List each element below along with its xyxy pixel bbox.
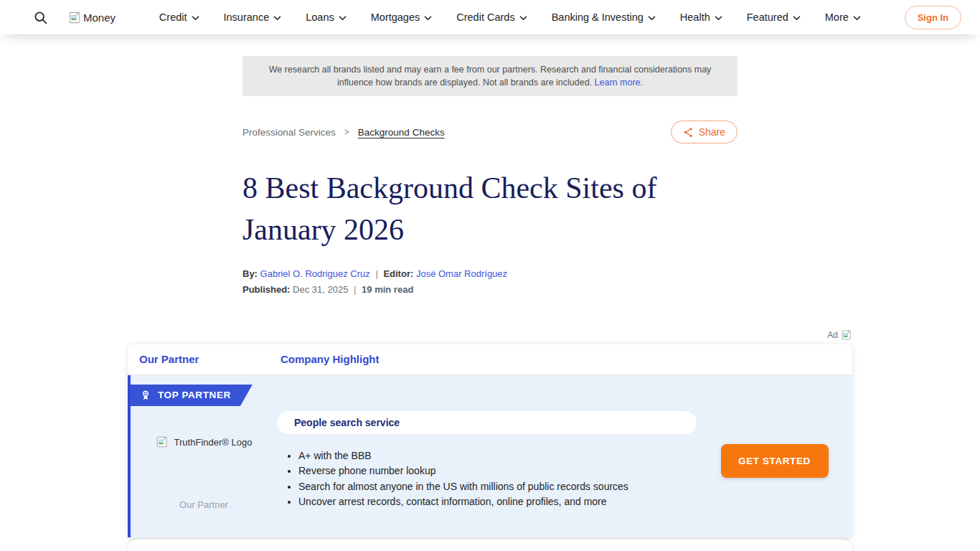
by-label: By:	[242, 268, 258, 279]
learn-more-link[interactable]: Learn more.	[595, 77, 643, 88]
ad-label: Ad	[827, 330, 838, 340]
broken-image-icon	[156, 435, 169, 448]
disclosure-text: We research all brands listed and may ea…	[269, 65, 712, 88]
nav-item-label: Loans	[306, 11, 334, 23]
breadcrumb-separator: >	[344, 127, 349, 137]
chevron-down-icon	[793, 16, 801, 21]
chevron-down-icon	[424, 16, 432, 21]
breadcrumb: Professional Services > Background Check…	[242, 127, 445, 138]
partner-table-section: Ad Our Partner Company Highlight	[128, 329, 852, 551]
byline: By: Gabriel O. Rodriguez Cruz | Editor: …	[242, 268, 738, 279]
partner-logo[interactable]: TruthFinder® Logo	[156, 435, 253, 448]
column-company-highlight: Company Highlight	[281, 353, 380, 365]
ad-label-row: Ad	[128, 329, 852, 341]
next-partner-row-peek	[128, 540, 852, 551]
nav-item[interactable]: Mortgages	[371, 11, 433, 23]
chevron-down-icon	[339, 16, 347, 21]
broken-image-icon	[841, 329, 852, 341]
breadcrumb-category[interactable]: Professional Services	[242, 127, 336, 138]
nav-item-label: Mortgages	[371, 11, 420, 23]
service-category-pill: People search service	[277, 411, 697, 434]
logo-alt-text: Money	[83, 11, 116, 24]
nav-item[interactable]: Health	[680, 11, 722, 23]
chevron-down-icon	[715, 16, 722, 21]
column-our-partner: Our Partner	[128, 353, 281, 365]
nav-item[interactable]: Banking & Investing	[552, 11, 656, 23]
editor-label: Editor:	[383, 268, 413, 279]
published-line: Published: Dec 31, 2025 | 19 min read	[242, 284, 738, 295]
advertiser-disclosure: We research all brands listed and may ea…	[242, 56, 738, 96]
share-icon	[683, 127, 694, 138]
read-time: 19 min read	[362, 284, 413, 295]
chevron-down-icon	[519, 16, 527, 21]
chevron-down-icon	[853, 16, 861, 21]
breadcrumb-current[interactable]: Background Checks	[358, 127, 445, 138]
nav-item[interactable]: Credit	[159, 11, 199, 23]
nav-item-label: Health	[680, 11, 710, 23]
page-title: 8 Best Background Check Sites of January…	[242, 168, 738, 251]
highlight-bullet-list: A+ with the BBB Reverse phone number loo…	[298, 448, 697, 510]
share-button[interactable]: Share	[671, 121, 738, 143]
broken-image-icon	[68, 11, 82, 24]
top-partner-badge: TOP PARTNER	[131, 385, 253, 406]
top-partner-row: TOP PARTNER TruthFinder® Logo Our Partne…	[128, 375, 852, 537]
site-header: Money Credit Insurance Loans	[0, 0, 980, 34]
chevron-down-icon	[192, 16, 199, 21]
nav-item-label: Featured	[747, 11, 788, 23]
highlight-bullet: A+ with the BBB	[298, 448, 697, 464]
top-partner-badge-label: TOP PARTNER	[158, 390, 231, 400]
nav-item[interactable]: Credit Cards	[456, 11, 527, 23]
partner-logo-alt-text: TruthFinder® Logo	[174, 435, 253, 448]
highlight-bullet: Search for almost anyone in the US with …	[298, 479, 697, 495]
published-date: Dec 31, 2025	[293, 284, 348, 295]
share-label: Share	[699, 126, 725, 138]
byline-divider: |	[372, 268, 380, 279]
get-started-button[interactable]: GET STARTED	[721, 444, 829, 478]
partner-caption: Our Partner	[179, 499, 228, 510]
nav-item[interactable]: Featured	[747, 11, 801, 23]
nav-item-label: Credit Cards	[456, 11, 514, 23]
chevron-down-icon	[273, 16, 281, 21]
nav-item-label: More	[825, 11, 849, 23]
nav-item[interactable]: More	[825, 11, 861, 23]
company-highlight-cell: People search service A+ with the BBB Re…	[277, 411, 697, 510]
search-button[interactable]	[32, 9, 50, 27]
search-icon	[33, 10, 48, 25]
award-ribbon-icon	[140, 390, 151, 401]
author-link[interactable]: Gabriel O. Rodriguez Cruz	[260, 268, 370, 279]
published-divider: |	[351, 284, 359, 295]
highlight-bullet: Uncover arrest records, contact informat…	[298, 494, 697, 510]
nav-item-label: Banking & Investing	[552, 11, 644, 23]
money-logo[interactable]: Money	[68, 11, 116, 24]
nav-item-label: Credit	[159, 11, 187, 23]
partner-table-header: Our Partner Company Highlight	[128, 344, 852, 375]
editor-link[interactable]: José Omar Rodríguez	[416, 268, 507, 279]
article-head-column: We research all brands listed and may ea…	[242, 56, 738, 295]
partner-logo-cell: TruthFinder® Logo Our Partner	[131, 411, 277, 510]
sign-in-button[interactable]: Sign In	[905, 6, 961, 29]
chevron-down-icon	[648, 16, 656, 21]
highlight-bullet: Reverse phone number lookup	[298, 463, 697, 479]
top-partner-card: Our Partner Company Highlight TOP PARTNE…	[128, 344, 852, 537]
nav-item-label: Insurance	[224, 11, 270, 23]
breadcrumb-row: Professional Services > Background Check…	[242, 120, 738, 144]
nav-item[interactable]: Loans	[306, 11, 347, 23]
nav-item[interactable]: Insurance	[224, 11, 282, 23]
published-label: Published:	[242, 284, 290, 295]
main-nav: Credit Insurance Loans Mortgages	[116, 11, 905, 23]
cta-cell: GET STARTED	[697, 411, 852, 510]
